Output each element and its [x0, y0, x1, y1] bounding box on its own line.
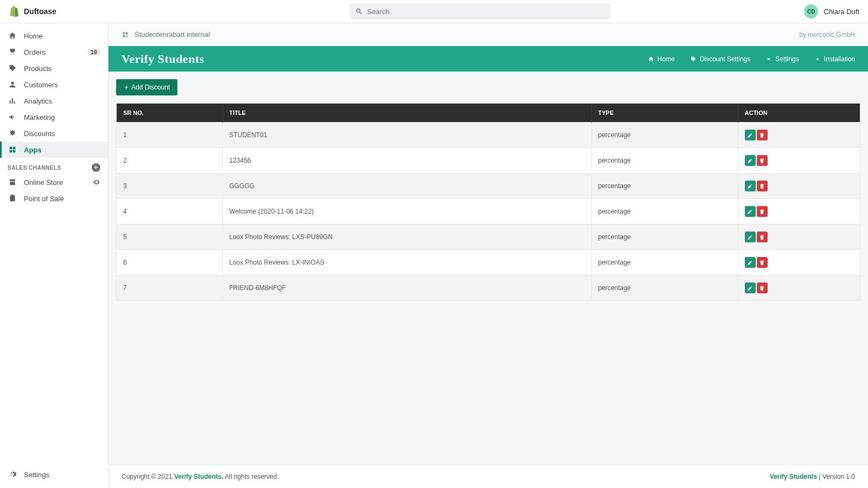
menu-discount-settings[interactable]: Discount Settings [690, 55, 750, 63]
home-icon [8, 31, 17, 41]
cell-action [738, 148, 860, 174]
footer: Copyright © 2021 Verify Students. All ri… [108, 465, 868, 488]
pos-icon [8, 194, 17, 203]
cell-action [738, 199, 860, 224]
cell-title: 123456 [222, 148, 591, 174]
search-icon [355, 8, 363, 15]
gear-icon [765, 56, 772, 62]
table-row: 3GGGGGpercentage [117, 174, 860, 199]
home-icon [648, 56, 654, 62]
edit-button[interactable] [745, 257, 756, 268]
nav-analytics[interactable]: Analytics [0, 93, 108, 109]
cell-sr: 1 [117, 123, 222, 148]
nav-pos[interactable]: Point of Sale [0, 190, 108, 207]
topbar: Duftoase CD Chiara Duft [0, 0, 868, 23]
menu-installation[interactable]: Installation [814, 55, 855, 63]
table-header-row: SR NO. TITLE TYPE ACTION [117, 104, 860, 123]
edit-button[interactable] [745, 155, 756, 166]
tag-icon [690, 56, 697, 62]
store-icon [8, 177, 17, 187]
content: Add Discount SR NO. TITLE TYPE ACTION 1S… [108, 72, 868, 465]
delete-button[interactable] [757, 232, 768, 242]
nav-label: Products [24, 65, 52, 73]
topbar-right: CD Chiara Duft [804, 4, 859, 18]
avatar[interactable]: CD [804, 4, 818, 18]
table-row: 2123456percentage [117, 148, 860, 174]
add-discount-button[interactable]: Add Discount [116, 79, 177, 95]
footer-copyright: Copyright © 2021 [122, 473, 174, 480]
nav-online-store[interactable]: Online Store [0, 174, 108, 190]
add-discount-label: Add Discount [131, 84, 170, 91]
menu-label: Installation [824, 55, 855, 63]
edit-button[interactable] [745, 282, 756, 293]
nav-settings[interactable]: Settings [0, 466, 108, 483]
app-icon [122, 31, 129, 38]
delete-button[interactable] [757, 130, 768, 140]
table-row: 4Welcome (2020-11-06 14:22)percentage [117, 199, 860, 224]
nav-marketing[interactable]: Marketing [0, 109, 108, 125]
edit-button[interactable] [745, 181, 756, 191]
nav-customers[interactable]: Customers [0, 76, 108, 93]
cell-sr: 7 [117, 275, 222, 301]
menu-home[interactable]: Home [648, 55, 675, 63]
nav-label: Settings [24, 471, 49, 479]
delete-button[interactable] [757, 206, 768, 217]
table-row: 6Loox Photo Reviews: LX-INIOASpercentage [117, 250, 860, 275]
nav-label: Point of Sale [24, 195, 64, 203]
orders-badge: 19 [87, 49, 100, 55]
app-byline: by merconic GmbH [799, 31, 855, 38]
nav-apps[interactable]: Apps [0, 142, 108, 158]
app-name: Studentenrabatt internal [135, 30, 210, 38]
nav-label: Orders [24, 48, 46, 56]
footer-version: | Version 1.0 [817, 473, 855, 480]
cell-title: Loox Photo Reviews: LXS-PU89GN [222, 224, 591, 250]
cell-type: percentage [591, 199, 738, 224]
cell-title: Welcome (2020-11-06 14:22) [222, 199, 591, 224]
user-name[interactable]: Chiara Duft [824, 8, 859, 16]
nav-home[interactable]: Home [0, 28, 108, 44]
cell-action [738, 275, 860, 301]
col-title: TITLE [222, 104, 591, 123]
delete-button[interactable] [757, 181, 768, 191]
gear-icon [8, 470, 17, 479]
topbar-left: Duftoase [9, 5, 253, 17]
col-type: TYPE [591, 104, 738, 123]
nav-label: Home [24, 32, 43, 40]
edit-button[interactable] [745, 206, 756, 217]
nav-label: Marketing [24, 113, 55, 121]
search-input[interactable] [367, 8, 605, 16]
view-store-icon[interactable] [93, 178, 100, 186]
tag-icon [8, 63, 17, 73]
delete-button[interactable] [757, 155, 768, 166]
cell-type: percentage [591, 224, 738, 250]
sales-channels-header: SALES CHANNELS + [0, 158, 108, 174]
nav-products[interactable]: Products [0, 60, 108, 76]
orders-icon [8, 47, 17, 57]
cell-sr: 6 [117, 250, 222, 275]
cell-title: GGGGG [222, 174, 591, 199]
cell-action [738, 174, 860, 199]
menu-settings[interactable]: Settings [765, 55, 799, 63]
cell-title: Loox Photo Reviews: LX-INIOAS [222, 250, 591, 275]
col-sr: SR NO. [117, 104, 222, 123]
discount-icon [8, 129, 17, 138]
edit-button[interactable] [745, 130, 756, 140]
edit-button[interactable] [745, 232, 756, 242]
main: Studentenrabatt internal by merconic Gmb… [108, 23, 868, 488]
shopify-logo-icon [9, 5, 20, 17]
delete-button[interactable] [757, 257, 768, 268]
search-field[interactable] [350, 3, 610, 20]
cell-sr: 4 [117, 199, 222, 224]
app-menu: Home Discount Settings Settings Installa… [648, 55, 855, 63]
nav-discounts[interactable]: Discounts [0, 125, 108, 142]
nav-orders[interactable]: Orders 19 [0, 44, 108, 60]
nav-label: Apps [24, 146, 42, 154]
add-channel-button[interactable]: + [92, 163, 100, 172]
menu-label: Home [658, 55, 675, 63]
delete-button[interactable] [757, 282, 768, 293]
megaphone-icon [8, 112, 17, 122]
cell-sr: 5 [117, 224, 222, 250]
table-row: 5Loox Photo Reviews: LXS-PU89GNpercentag… [117, 224, 860, 250]
footer-right-brand: Verify Students [770, 473, 817, 480]
cell-sr: 2 [117, 148, 222, 174]
